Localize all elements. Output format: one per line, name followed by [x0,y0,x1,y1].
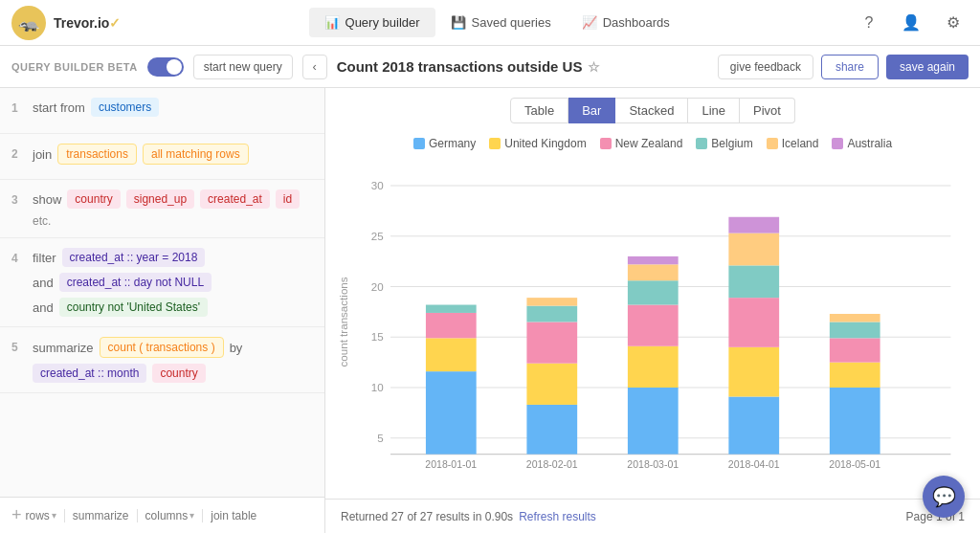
step-5-line-2: created_at :: month country [33,364,313,383]
save-button[interactable]: save again [886,55,969,79]
bar-group-2: 2018-02-01 [526,298,578,470]
step-num-2: 2 [11,147,23,161]
legend-uk: United Kingdom [489,137,586,150]
add-rows-option[interactable]: rows▾ [26,509,65,522]
refresh-button[interactable]: Refresh results [519,510,596,523]
add-summarize-option[interactable]: summarize [73,509,138,522]
step-3-tag-created-at[interactable]: created_at [200,189,270,209]
step-4-tag-country[interactable]: country not 'United States' [59,298,208,317]
chart-tab-bar[interactable]: Bar [568,98,615,123]
step-5-tag-country[interactable]: country [152,364,205,383]
nav-tab-dashboards[interactable]: 📈 Dashboards [567,8,685,37]
svg-text:2018-01-01: 2018-01-01 [425,458,477,470]
step-5-tag-count[interactable]: count ( transactions ) [100,337,224,358]
query-builder-icon: 📊 [324,15,340,30]
add-columns-option[interactable]: columns▾ [145,509,204,522]
step-num-3: 3 [11,193,23,207]
svg-rect-21 [526,322,577,363]
step-4-tag-year[interactable]: created_at :: year = 2018 [62,248,206,267]
svg-rect-17 [426,305,477,313]
step-3-etc[interactable]: etc. [33,214,51,228]
step-5: 5 summarize count ( transactions ) by cr… [0,327,324,393]
chart-tab-pivot[interactable]: Pivot [740,98,795,123]
query-title: Count 2018 transactions outside US ☆ [337,58,708,75]
chart-tab-line[interactable]: Line [688,98,740,123]
svg-rect-27 [628,305,679,346]
svg-text:30: 30 [371,179,384,191]
svg-rect-29 [628,264,679,280]
chart-area: 30 25 20 15 10 5 count transactions [325,156,980,499]
svg-rect-23 [526,298,577,305]
step-3-content: show country signed_up created_at id etc… [33,189,313,228]
step-5-line-1: summarize count ( transactions ) by [33,337,313,358]
step-5-by-label: by [230,341,243,355]
svg-rect-37 [728,217,779,233]
chat-bubble[interactable]: 💬 [923,476,965,518]
step-num-5: 5 [11,341,23,354]
svg-rect-40 [830,363,880,388]
step-2-tag-transactions[interactable]: transactions [57,144,137,165]
step-5-tag-month[interactable]: created_at :: month [33,364,146,383]
svg-rect-35 [728,265,779,298]
svg-rect-15 [426,338,477,371]
step-2-content: join transactions all matching rows [33,144,313,165]
chart-tab-table[interactable]: Table [510,98,568,123]
step-2-tag-all-matching[interactable]: all matching rows [143,144,249,165]
add-button[interactable]: + [11,505,22,525]
step-4-filter-label: filter [33,251,56,265]
svg-text:2018-05-01: 2018-05-01 [829,458,880,470]
add-join-table-option[interactable]: join table [211,509,264,522]
svg-rect-20 [526,364,577,405]
step-3-tag-signed-up[interactable]: signed_up [126,189,194,209]
user-button[interactable]: 👤 [896,8,926,38]
svg-rect-34 [728,298,779,347]
settings-button[interactable]: ⚙ [938,8,969,38]
bar-group-3: 2018-03-01 [627,256,679,471]
bar-group-5: 2018-05-01 [829,314,880,470]
svg-rect-16 [426,313,477,338]
legend-iceland: Iceland [767,137,819,150]
step-4-line-2: and created_at :: day not NULL [33,273,313,292]
svg-rect-26 [628,346,679,388]
svg-rect-14 [426,371,477,454]
step-3-tag-country[interactable]: country [67,189,120,209]
bar-group-4: 2018-04-01 [728,217,780,471]
step-5-summarize-label: summarize [33,341,94,355]
step-rows: 1 start from customers 2 join transactio… [0,88,324,497]
svg-rect-25 [628,388,679,455]
chart-tab-stacked[interactable]: Stacked [615,98,688,123]
feedback-button[interactable]: give feedback [718,55,813,79]
qb-label: QUERY BUILDER BETA [11,61,138,73]
nav-tab-saved-queries[interactable]: 💾 Saved queries [435,8,567,37]
svg-rect-19 [526,405,577,455]
legend-dot-iceland [767,138,778,149]
qb-header: QUERY BUILDER BETA start new query ‹ Cou… [0,46,980,88]
back-button[interactable]: ‹ [302,55,327,79]
step-1-tag-customers[interactable]: customers [91,98,159,117]
step-4-line-1: filter created_at :: year = 2018 [33,248,313,267]
svg-rect-41 [830,338,880,362]
step-4-content: filter created_at :: year = 2018 and cre… [33,248,313,317]
help-button[interactable]: ? [854,8,884,38]
step-1-content: start from customers [33,98,313,117]
svg-rect-42 [830,322,880,338]
step-num-4: 4 [11,252,23,265]
logo-area: 🦡 Trevor.io✓ [11,6,121,40]
step-4-tag-day[interactable]: created_at :: day not NULL [59,273,212,292]
star-icon[interactable]: ☆ [588,59,600,75]
add-row: + rows▾ summarize columns▾ join table [0,497,324,533]
svg-text:2018-02-01: 2018-02-01 [526,458,578,470]
right-panel: Table Bar Stacked Line Pivot Germany Uni… [325,88,980,533]
step-4-line-3: and country not 'United States' [33,298,313,317]
new-query-button[interactable]: start new query [193,55,293,79]
share-button[interactable]: share [821,55,879,79]
step-2: 2 join transactions all matching rows [0,134,324,180]
toggle-knob [167,59,182,75]
step-4-and-1-label: and [33,276,54,290]
legend-nz: New Zealand [600,137,683,150]
nav-tab-query-builder[interactable]: 📊 Query builder [309,8,435,37]
svg-rect-43 [830,314,880,322]
step-3-tag-id[interactable]: id [276,189,300,209]
brand-name: Trevor.io✓ [54,15,121,31]
qb-toggle[interactable] [147,57,184,77]
